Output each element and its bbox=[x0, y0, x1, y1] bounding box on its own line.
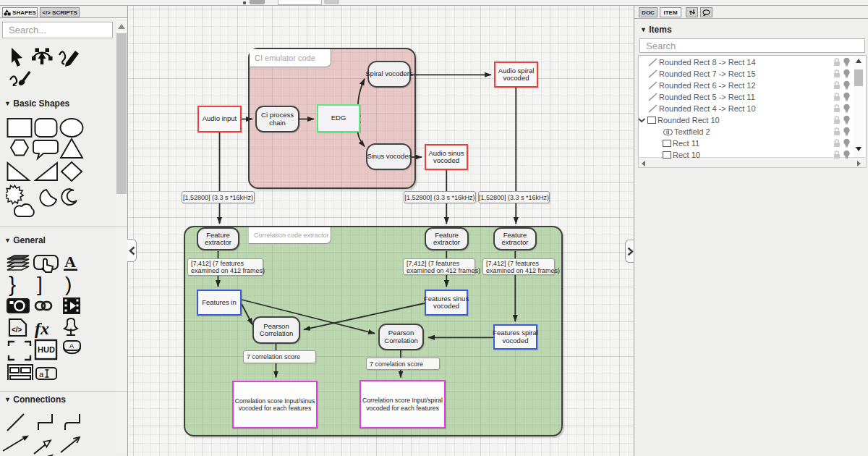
svg-text:</>: </> bbox=[12, 326, 22, 334]
svg-text:]: ] bbox=[37, 273, 43, 295]
svg-text:fx: fx bbox=[35, 319, 49, 338]
svg-text:a: a bbox=[39, 370, 44, 379]
svg-text:): ) bbox=[65, 273, 72, 295]
svg-text:A: A bbox=[64, 253, 76, 271]
svg-text:}: } bbox=[9, 272, 16, 296]
svg-text:A: A bbox=[69, 342, 74, 350]
svg-text:HUD: HUD bbox=[38, 345, 55, 354]
